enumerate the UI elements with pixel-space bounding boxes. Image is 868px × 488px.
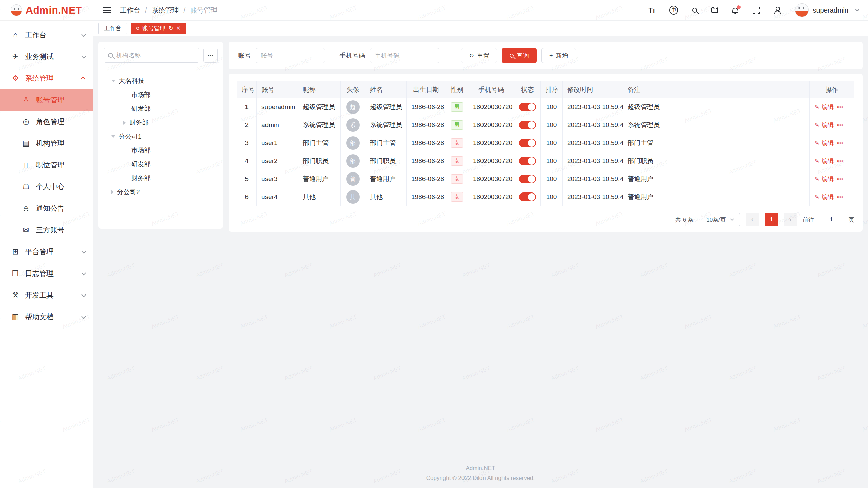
status-toggle[interactable] <box>519 121 536 129</box>
tree-node-rd-2[interactable]: 研发部 <box>104 157 218 171</box>
col-modified: 修改时间 <box>563 81 623 98</box>
chevron-down-icon <box>81 249 86 254</box>
caret-down-icon[interactable] <box>111 135 115 138</box>
user-menu[interactable]: superadmin <box>795 3 858 17</box>
tree-node-market-1[interactable]: 市场部 <box>104 88 218 102</box>
prev-page-button[interactable]: ‹ <box>746 213 759 226</box>
role-icon: ◎ <box>22 117 31 126</box>
brand-name: Admin.NET <box>25 4 82 16</box>
refresh-icon[interactable]: ↻ <box>169 26 173 31</box>
status-toggle[interactable] <box>519 157 536 165</box>
fullscreen-icon[interactable] <box>753 7 760 14</box>
col-avatar: 头像 <box>341 81 365 98</box>
active-dot-icon <box>136 27 139 30</box>
col-birthday: 出生日期 <box>407 81 446 98</box>
page-size-select[interactable]: 10条/页 <box>699 213 740 226</box>
sidebar-item-account-management[interactable]: ♙ 账号管理 <box>0 89 93 111</box>
reset-button[interactable]: ↻ 重置 <box>461 48 497 63</box>
tree-node-daming[interactable]: 大名科技 <box>104 74 218 88</box>
person-icon[interactable] <box>774 7 781 14</box>
add-button[interactable]: + 新增 <box>541 48 576 63</box>
sidebar-item-third-party-account[interactable]: ✉ 三方账号 <box>0 219 93 241</box>
goto-page-input[interactable] <box>820 213 843 226</box>
row-more-button[interactable]: ••• <box>837 158 843 164</box>
font-size-icon[interactable]: Tт <box>648 6 655 14</box>
org-search-input[interactable] <box>116 52 195 59</box>
sidebar-item-org-management[interactable]: ▤ 机构管理 <box>0 133 93 154</box>
account-filter-input[interactable] <box>256 48 325 63</box>
edit-button[interactable]: ✎编辑 <box>814 157 834 165</box>
avatar: 普 <box>346 172 360 186</box>
search-button[interactable]: 查询 <box>502 48 537 63</box>
refresh-icon: ↻ <box>469 53 474 59</box>
sidebar-item-log-management[interactable]: ❏ 日志管理 <box>0 263 93 284</box>
sidebar-item-label: 通知公告 <box>36 204 64 213</box>
sidebar-item-label: 职位管理 <box>36 160 64 170</box>
edit-button[interactable]: ✎编辑 <box>814 103 834 111</box>
sidebar-item-platform-management[interactable]: ⊞ 平台管理 <box>0 241 93 263</box>
search-icon <box>108 53 113 58</box>
sidebar-item-label: 日志管理 <box>25 269 54 278</box>
sidebar-item-workbench[interactable]: ⌂ 工作台 <box>0 24 93 46</box>
tree-node-finance-1[interactable]: 财务部 <box>104 116 218 129</box>
plus-icon: + <box>549 53 553 59</box>
sidebar-item-dev-tools[interactable]: ⚒ 开发工具 <box>0 284 93 306</box>
theme-icon[interactable] <box>711 7 718 13</box>
sidebar-item-position-management[interactable]: ▯ 职位管理 <box>0 154 93 176</box>
tree-node-branch2[interactable]: 分公司2 <box>104 185 218 199</box>
tree-node-market-2[interactable]: 市场部 <box>104 143 218 157</box>
tree-node-branch1[interactable]: 分公司1 <box>104 129 218 143</box>
edit-button[interactable]: ✎编辑 <box>814 139 834 147</box>
status-toggle[interactable] <box>519 139 536 147</box>
edit-icon: ✎ <box>814 193 820 201</box>
org-search-field[interactable] <box>104 48 199 63</box>
breadcrumb-system-management[interactable]: 系统管理 <box>152 6 179 15</box>
current-page[interactable]: 1 <box>765 213 778 226</box>
caret-right-icon[interactable] <box>123 121 126 125</box>
status-toggle[interactable] <box>519 192 536 201</box>
sidebar-item-business-test[interactable]: ✈ 业务测试 <box>0 46 93 67</box>
avatar: 部 <box>346 154 360 168</box>
row-more-button[interactable]: ••• <box>837 194 843 200</box>
breadcrumb-workbench[interactable]: 工作台 <box>120 6 140 15</box>
tree-more-button[interactable]: ••• <box>203 48 218 63</box>
row-more-button[interactable]: ••• <box>837 140 843 146</box>
status-toggle[interactable] <box>519 175 536 183</box>
sidebar-item-profile-center[interactable]: ☖ 个人中心 <box>0 176 93 198</box>
row-more-button[interactable]: ••• <box>837 122 843 128</box>
sidebar-item-label: 三方账号 <box>36 225 64 235</box>
col-index: 序号 <box>237 81 257 98</box>
gender-badge: 男 <box>451 120 463 130</box>
caret-right-icon[interactable] <box>111 190 114 194</box>
sidebar-item-label: 业务测试 <box>25 52 54 61</box>
language-icon[interactable]: 中 <box>669 6 678 15</box>
caret-down-icon[interactable] <box>111 80 115 82</box>
phone-filter-input[interactable] <box>370 48 439 63</box>
tree-node-finance-2[interactable]: 财务部 <box>104 171 218 185</box>
edit-button[interactable]: ✎编辑 <box>814 193 834 201</box>
sidebar-item-role-management[interactable]: ◎ 角色管理 <box>0 111 93 133</box>
log-icon: ❏ <box>11 269 20 278</box>
col-nickname: 昵称 <box>298 81 341 98</box>
edit-button[interactable]: ✎编辑 <box>814 175 834 183</box>
col-remark: 备注 <box>623 81 810 98</box>
tab-workbench[interactable]: 工作台 <box>98 23 127 34</box>
edit-button[interactable]: ✎编辑 <box>814 121 834 129</box>
sidebar-item-label: 角色管理 <box>36 117 64 126</box>
next-page-button[interactable]: › <box>784 213 797 226</box>
row-more-button[interactable]: ••• <box>837 104 843 110</box>
sidebar-item-notice[interactable]: ⍾ 通知公告 <box>0 198 93 219</box>
tree-node-rd-1[interactable]: 研发部 <box>104 102 218 116</box>
close-icon[interactable]: ✕ <box>176 26 180 31</box>
table-row: 3 user1 部门主管 部 部门主管 1986-06-28 女 1802003… <box>237 134 854 152</box>
notification-bell-icon[interactable] <box>732 8 738 13</box>
sidebar-item-help-docs[interactable]: ▥ 帮助文档 <box>0 306 93 328</box>
collapse-menu-icon[interactable] <box>103 10 111 11</box>
status-toggle[interactable] <box>519 103 536 111</box>
brand-logo[interactable]: Admin.NET <box>0 0 93 21</box>
search-icon[interactable] <box>692 8 697 13</box>
sidebar-item-system-management[interactable]: ⚙ 系统管理 <box>0 67 93 89</box>
home-icon: ⌂ <box>11 30 20 39</box>
row-more-button[interactable]: ••• <box>837 176 843 182</box>
tab-account-management[interactable]: 账号管理 ↻ ✕ <box>131 23 186 34</box>
